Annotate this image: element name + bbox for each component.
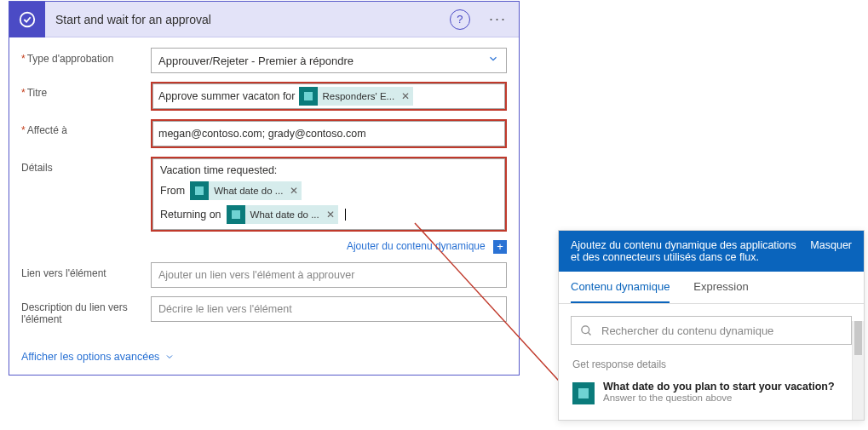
- search-placeholder: Rechercher du contenu dynamique: [601, 324, 773, 337]
- forms-icon: [299, 87, 318, 106]
- forms-icon: [227, 205, 245, 224]
- label-details: Détails: [21, 157, 151, 174]
- chevron-down-icon: [164, 352, 175, 362]
- dynamic-content-row: Ajouter du contenu dynamique +: [21, 240, 507, 254]
- section-header: Get response details: [572, 358, 852, 370]
- dynamic-item-start-date[interactable]: What date do you plan to start your vaca…: [571, 377, 852, 408]
- close-icon[interactable]: ✕: [326, 209, 335, 221]
- token-responders-email[interactable]: Responders' E... ✕: [299, 87, 414, 106]
- search-icon: [580, 324, 593, 337]
- panel-intro: Ajoutez du contenu dynamique des applica…: [571, 239, 803, 263]
- scrollbar[interactable]: [852, 321, 864, 420]
- card-body: Type d'approbation Approuver/Rejeter - P…: [9, 37, 519, 342]
- text-cursor: [345, 209, 346, 221]
- link-input[interactable]: Ajouter un lien vers l'élément à approuv…: [151, 262, 507, 288]
- assigned-input[interactable]: megan@contoso.com; grady@contoso.com: [152, 121, 505, 146]
- close-icon[interactable]: ✕: [401, 90, 410, 102]
- label-link: Lien vers l'élément: [21, 262, 151, 279]
- approval-type-value: Approuver/Rejeter - Premier à répondre: [158, 54, 354, 67]
- label-link-desc: Description du lien vers l'élément: [21, 296, 151, 325]
- card-header: Start and wait for an approval ? ···: [9, 2, 519, 37]
- card-title: Start and wait for an approval: [45, 13, 450, 26]
- close-icon[interactable]: ✕: [290, 185, 298, 197]
- details-return-label: Returning on: [160, 209, 221, 221]
- title-input[interactable]: Approve summer vacaton for Responders' E…: [152, 83, 505, 109]
- label-title: Titre: [21, 82, 151, 99]
- scrollbar-thumb[interactable]: [854, 321, 862, 355]
- approval-icon: [9, 2, 45, 37]
- forms-icon: [190, 181, 209, 200]
- svg-point-0: [20, 12, 35, 26]
- show-advanced-link[interactable]: Afficher les options avancées: [9, 342, 519, 375]
- help-icon[interactable]: ?: [450, 9, 470, 30]
- add-dynamic-content-link[interactable]: Ajouter du contenu dynamique: [347, 240, 486, 252]
- panel-tabs: Contenu dynamique Expression: [559, 272, 864, 304]
- token-date-return[interactable]: What date do ... ✕: [227, 205, 338, 224]
- chevron-down-icon: [487, 53, 499, 68]
- title-text: Approve summer vacaton for: [158, 90, 296, 102]
- token-date-from[interactable]: What date do ... ✕: [190, 181, 302, 200]
- approval-type-select[interactable]: Approuver/Rejeter - Premier à répondre: [151, 48, 507, 73]
- details-highlight: Vacation time requested: From What date …: [151, 157, 507, 232]
- hide-link[interactable]: Masquer: [810, 239, 852, 251]
- label-assigned: Affecté à: [21, 119, 151, 136]
- item-title: What date do you plan to start your vaca…: [603, 381, 835, 393]
- forms-icon: [572, 382, 595, 404]
- svg-point-2: [582, 325, 589, 333]
- assigned-highlight: megan@contoso.com; grady@contoso.com: [151, 119, 507, 148]
- more-menu-icon[interactable]: ···: [477, 10, 519, 28]
- assigned-value: megan@contoso.com; grady@contoso.com: [158, 128, 366, 140]
- label-approval-type: Type d'approbation: [21, 48, 151, 65]
- panel-body: Rechercher du contenu dynamique Get resp…: [559, 304, 864, 420]
- plus-icon[interactable]: +: [493, 240, 507, 254]
- title-highlight: Approve summer vacaton for Responders' E…: [151, 82, 507, 111]
- dynamic-content-panel: Ajoutez du contenu dynamique des applica…: [558, 230, 865, 421]
- search-input[interactable]: Rechercher du contenu dynamique: [571, 316, 852, 345]
- details-header: Vacation time requested:: [160, 164, 497, 176]
- svg-line-3: [588, 332, 590, 335]
- link-desc-placeholder: Décrire le lien vers l'élément: [158, 303, 292, 315]
- link-desc-input[interactable]: Décrire le lien vers l'élément: [151, 296, 507, 322]
- details-from-label: From: [160, 185, 185, 197]
- details-input[interactable]: Vacation time requested: From What date …: [152, 158, 505, 230]
- tab-expression[interactable]: Expression: [693, 272, 748, 303]
- panel-header: Ajoutez du contenu dynamique des applica…: [559, 231, 864, 272]
- link-placeholder: Ajouter un lien vers l'élément à approuv…: [158, 269, 354, 281]
- approval-action-card: Start and wait for an approval ? ··· Typ…: [9, 1, 520, 376]
- tab-dynamic-content[interactable]: Contenu dynamique: [571, 272, 670, 303]
- item-subtitle: Answer to the question above: [603, 393, 835, 403]
